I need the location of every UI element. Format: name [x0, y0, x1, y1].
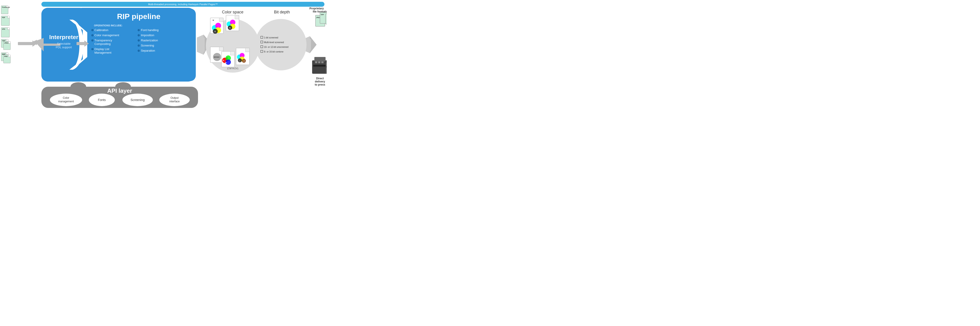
svg-point-61 [255, 19, 307, 70]
svg-text:Rasterization: Rasterization [141, 39, 158, 42]
svg-text:O: O [243, 60, 245, 62]
svg-text:10- or 12-bit unscreened: 10- or 12-bit unscreened [264, 46, 288, 48]
svg-text:Bit depth: Bit depth [274, 10, 290, 14]
svg-point-117 [91, 48, 94, 50]
svg-point-120 [138, 29, 140, 31]
svg-text:8- or 16-bit contone: 8- or 16-bit contone [264, 51, 283, 53]
svg-text:file formats: file formats [313, 10, 327, 13]
svg-rect-87 [326, 66, 327, 68]
svg-text:API layer: API layer [107, 87, 132, 94]
svg-text:K: K [229, 27, 231, 29]
svg-point-124 [138, 40, 140, 41]
svg-marker-51 [245, 48, 250, 52]
svg-text:Screening: Screening [141, 44, 154, 47]
svg-text:Separation: Separation [141, 49, 155, 52]
svg-text:to press: to press [315, 83, 325, 86]
svg-text:Imposition: Imposition [141, 33, 154, 37]
svg-text:Color management: Color management [94, 33, 119, 37]
svg-text:Selectable: Selectable [57, 42, 71, 45]
svg-point-110 [91, 29, 94, 31]
svg-text:OPERATIONS INCLUDE:: OPERATIONS INCLUDE: [94, 24, 123, 27]
svg-text:Calibration: Calibration [94, 28, 108, 32]
svg-rect-5 [59, 70, 89, 81]
svg-text:Display List: Display List [94, 47, 110, 51]
svg-text:1-bit screened: 1-bit screened [264, 36, 278, 39]
svg-rect-4 [59, 8, 89, 20]
svg-text:K: K [215, 30, 216, 32]
svg-text:Font handling: Font handling [141, 28, 159, 32]
svg-rect-17 [197, 38, 205, 52]
diagram-container: Multi-threaded processing, including Har… [0, 0, 327, 109]
svg-rect-84 [318, 62, 320, 63]
svg-text:Transparency: Transparency [94, 39, 112, 42]
svg-text:Fonts: Fonts [98, 98, 106, 102]
svg-text:Management: Management [94, 51, 111, 54]
svg-text:Direct: Direct [316, 77, 324, 80]
svg-text:TIFF: TIFF [321, 14, 324, 16]
svg-point-126 [138, 44, 140, 47]
svg-text:PDL support: PDL support [56, 46, 72, 49]
svg-text:RIP pipeline: RIP pipeline [117, 12, 161, 21]
svg-text:Screening: Screening [130, 98, 145, 102]
svg-marker-24 [219, 18, 223, 22]
svg-text:(CMYKOV): (CMYKOV) [227, 67, 238, 70]
svg-point-114 [91, 40, 94, 41]
svg-rect-85 [321, 62, 323, 63]
svg-point-122 [138, 34, 140, 36]
svg-rect-10 [18, 42, 32, 45]
svg-marker-32 [235, 15, 239, 19]
svg-text:Multi-level screened: Multi-level screened [264, 41, 284, 44]
svg-point-112 [91, 34, 94, 36]
svg-marker-39 [219, 47, 223, 51]
svg-point-128 [138, 50, 140, 52]
svg-text:management: management [58, 100, 74, 103]
svg-text:W: W [213, 19, 214, 21]
svg-text:G: G [226, 57, 228, 59]
svg-text:Interpreter: Interpreter [49, 34, 78, 40]
svg-text:MONO: MONO [214, 56, 220, 58]
diagram-svg: Color space W K K MONO B R [0, 0, 327, 109]
svg-rect-76 [326, 14, 327, 24]
svg-text:R: R [223, 59, 224, 62]
svg-marker-43 [231, 51, 234, 55]
svg-text:Compositing: Compositing [94, 42, 111, 46]
svg-text:delivery: delivery [315, 80, 325, 83]
svg-text:Output: Output [170, 96, 179, 100]
svg-rect-81 [314, 57, 326, 62]
svg-text:interface: interface [169, 100, 180, 103]
svg-text:Proprietary: Proprietary [309, 7, 324, 10]
svg-text:Color space: Color space [222, 10, 243, 14]
svg-text:V: V [239, 60, 240, 62]
svg-rect-83 [315, 62, 317, 63]
svg-rect-82 [313, 65, 327, 66]
svg-rect-14 [78, 42, 84, 45]
svg-point-92 [70, 82, 86, 91]
svg-text:Color: Color [63, 96, 69, 100]
svg-rect-86 [326, 63, 327, 74]
svg-text:B: B [225, 62, 227, 63]
